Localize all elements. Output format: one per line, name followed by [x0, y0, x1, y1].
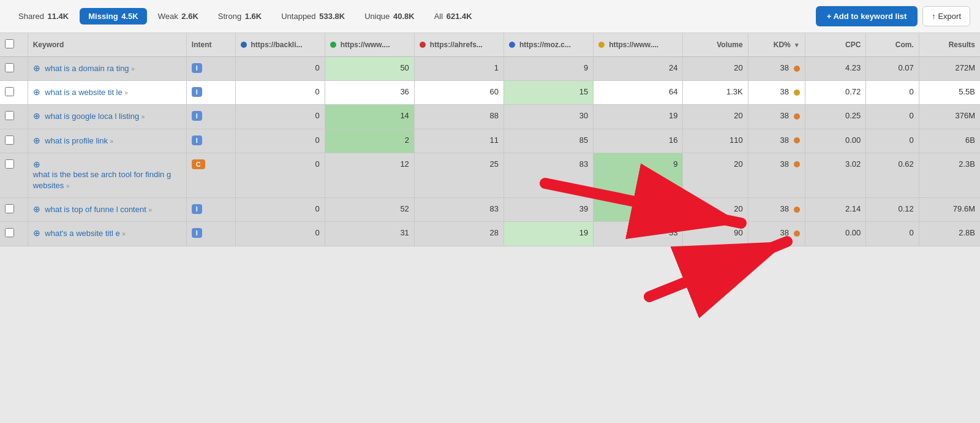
- add-to-keyword-list-button[interactable]: + Add to keyword list: [816, 6, 918, 26]
- row-keyword-cell: ⊕ what's a website titl e »: [28, 222, 186, 246]
- add-keyword-icon[interactable]: ⊕: [33, 159, 40, 169]
- row-cpc-cell: 2.14: [805, 198, 866, 222]
- intent-badge: I: [192, 111, 202, 121]
- filter-tab-shared[interactable]: Shared 11.4K: [10, 8, 77, 25]
- col-header-intent: Intent: [186, 33, 235, 57]
- row-checkbox-4[interactable]: [5, 159, 14, 169]
- row-results-cell: 376M: [919, 105, 980, 129]
- row-site1-cell: 0: [235, 105, 325, 129]
- chevron-right-icon: »: [131, 66, 135, 72]
- row-cpc-cell: 0.25: [805, 105, 866, 129]
- chevron-right-icon: »: [124, 90, 128, 96]
- col-header-cpc: CPC: [805, 33, 866, 57]
- kd-sort-icon: ▼: [794, 42, 800, 48]
- row-checkbox-2[interactable]: [5, 111, 14, 120]
- row-site5-cell: 9: [594, 153, 683, 197]
- select-all-checkbox[interactable]: [5, 39, 14, 48]
- filter-tabs: Shared 11.4KMissing 4.5KWeak 2.6KStrong …: [10, 8, 481, 25]
- chevron-right-icon: »: [141, 113, 145, 120]
- row-site4-cell: 83: [504, 153, 594, 197]
- intent-badge: I: [192, 87, 202, 97]
- kd-dot-icon: [794, 113, 800, 120]
- keyword-link[interactable]: what is top of funne l content »: [45, 204, 152, 215]
- row-site5-cell: 24: [594, 57, 683, 81]
- row-keyword-cell: ⊕ what is a website tit le »: [28, 81, 186, 105]
- add-keyword-icon[interactable]: ⊕: [33, 87, 40, 97]
- filter-bar-right: + Add to keyword list ↑ Export: [816, 6, 970, 26]
- keyword-link[interactable]: what is the best se arch tool for findin…: [33, 169, 181, 191]
- row-checkbox-3[interactable]: [5, 135, 14, 145]
- row-site5-cell: 64: [594, 81, 683, 105]
- row-checkbox-5[interactable]: [5, 204, 14, 213]
- col-header-kd[interactable]: KD% ▼: [748, 33, 805, 57]
- site1-favicon: [241, 42, 247, 48]
- row-volume-cell: 20: [683, 153, 748, 197]
- row-checkbox-6[interactable]: [5, 228, 14, 237]
- row-volume-cell: 20: [683, 198, 748, 222]
- row-site3-cell: 88: [414, 105, 503, 129]
- row-site1-cell: 0: [235, 198, 325, 222]
- row-kd-cell: 38: [748, 222, 805, 246]
- row-kd-cell: 38: [748, 57, 805, 81]
- filter-tab-untapped[interactable]: Untapped 533.8K: [273, 8, 353, 25]
- row-keyword-cell: ⊕ what is google loca l listing »: [28, 105, 186, 129]
- row-site5-cell: 35: [594, 198, 683, 222]
- row-checkbox-cell: [0, 222, 28, 246]
- row-cpc-cell: 4.23: [805, 57, 866, 81]
- row-com-cell: 0.12: [866, 198, 919, 222]
- add-keyword-icon[interactable]: ⊕: [33, 204, 40, 214]
- row-site3-cell: 1: [414, 57, 503, 81]
- filter-tab-weak[interactable]: Weak 2.6K: [149, 8, 207, 25]
- keyword-table: Keyword Intent https://backli...: [0, 33, 980, 246]
- row-intent-cell: I: [186, 222, 235, 246]
- row-kd-cell: 38: [748, 153, 805, 197]
- row-results-cell: 5.5B: [919, 81, 980, 105]
- intent-badge: I: [192, 204, 202, 214]
- table-row: ⊕ what is a domain ra ting » I 050192420…: [0, 57, 980, 81]
- keyword-link[interactable]: what's a website titl e »: [45, 228, 126, 239]
- row-intent-cell: I: [186, 129, 235, 153]
- keyword-link[interactable]: what is profile link »: [45, 135, 113, 147]
- row-cpc-cell: 3.02: [805, 153, 866, 197]
- add-keyword-icon[interactable]: ⊕: [33, 63, 40, 73]
- filter-tab-missing[interactable]: Missing 4.5K: [80, 8, 146, 25]
- row-results-cell: 79.6M: [919, 198, 980, 222]
- keyword-link[interactable]: what is a domain ra ting »: [45, 63, 134, 74]
- filter-tab-strong[interactable]: Strong 1.6K: [209, 8, 270, 25]
- row-site3-cell: 28: [414, 222, 503, 246]
- row-site4-cell: 15: [504, 81, 594, 105]
- export-button[interactable]: ↑ Export: [922, 6, 970, 26]
- col-header-site4: https://moz.c...: [504, 33, 594, 57]
- row-com-cell: 0: [866, 129, 919, 153]
- keyword-link[interactable]: what is google loca l listing »: [45, 111, 145, 122]
- row-checkbox-1[interactable]: [5, 87, 14, 96]
- filter-bar: Shared 11.4KMissing 4.5KWeak 2.6KStrong …: [0, 0, 980, 33]
- kd-dot-icon: [794, 231, 800, 237]
- filter-tab-all[interactable]: All 621.4K: [426, 8, 481, 25]
- add-keyword-icon[interactable]: ⊕: [33, 228, 40, 238]
- filter-tab-unique[interactable]: Unique 40.8K: [356, 8, 423, 25]
- row-checkbox-cell: [0, 81, 28, 105]
- row-cpc-cell: 0.72: [805, 81, 866, 105]
- chevron-right-icon: »: [148, 207, 152, 213]
- add-keyword-icon[interactable]: ⊕: [33, 135, 40, 145]
- row-site3-cell: 11: [414, 129, 503, 153]
- table-header-row: Keyword Intent https://backli...: [0, 33, 980, 57]
- row-intent-cell: I: [186, 105, 235, 129]
- keyword-link[interactable]: what is a website tit le »: [45, 87, 128, 98]
- table-row: ⊕ what's a website titl e » I 0312819539…: [0, 222, 980, 246]
- row-kd-cell: 38: [748, 198, 805, 222]
- col-header-com: Com.: [866, 33, 919, 57]
- row-checkbox-cell: [0, 57, 28, 81]
- row-checkbox-0[interactable]: [5, 63, 14, 72]
- row-kd-cell: 38: [748, 129, 805, 153]
- kd-dot-icon: [794, 66, 800, 72]
- kd-dot-icon: [794, 137, 800, 143]
- row-site4-cell: 39: [504, 198, 594, 222]
- col-header-site2: https://www....: [325, 33, 414, 57]
- col-header-site5: https://www....: [594, 33, 683, 57]
- row-keyword-cell: ⊕ what is the best se arch tool for find…: [28, 153, 186, 197]
- row-site3-cell: 83: [414, 198, 503, 222]
- add-keyword-icon[interactable]: ⊕: [33, 111, 40, 121]
- row-site1-cell: 0: [235, 57, 325, 81]
